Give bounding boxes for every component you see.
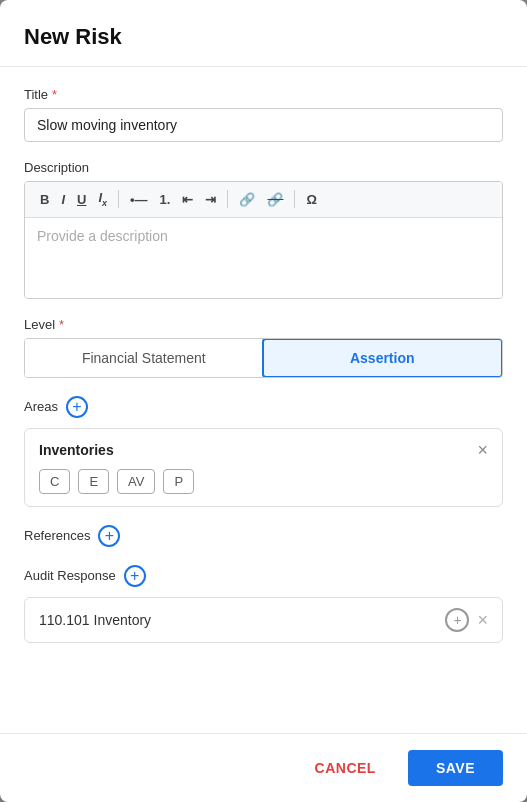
cancel-button[interactable]: CANCEL	[295, 750, 396, 786]
title-field-group: Title *	[24, 87, 503, 142]
title-required-star: *	[52, 87, 57, 102]
areas-section: Areas + Inventories × C E AV P	[24, 396, 503, 507]
bullet-list-button[interactable]: •—	[125, 190, 153, 209]
audit-response-header: Audit Response +	[24, 565, 503, 587]
link-button[interactable]: 🔗	[234, 190, 260, 209]
modal-header: New Risk	[0, 0, 527, 67]
description-field-group: Description B I U Ix •— 1. ⇤ ⇥ 🔗 🔗	[24, 160, 503, 299]
modal-footer: CANCEL SAVE	[0, 733, 527, 802]
areas-label: Areas	[24, 399, 58, 414]
save-button[interactable]: SAVE	[408, 750, 503, 786]
new-risk-modal: New Risk Title * Description B I U Ix	[0, 0, 527, 802]
tag-av[interactable]: AV	[117, 469, 155, 494]
italic-button[interactable]: I	[56, 190, 70, 209]
description-label: Description	[24, 160, 503, 175]
audit-response-actions: + ×	[445, 608, 488, 632]
toolbar-divider-1	[118, 190, 119, 208]
toolbar-divider-3	[294, 190, 295, 208]
tag-p[interactable]: P	[163, 469, 194, 494]
audit-response-text: 110.101 Inventory	[39, 612, 151, 628]
areas-header: Areas +	[24, 396, 503, 418]
title-label: Title *	[24, 87, 503, 102]
numbered-list-button[interactable]: 1.	[155, 190, 176, 209]
level-required-star: *	[59, 317, 64, 332]
references-label: References	[24, 528, 90, 543]
title-input[interactable]	[24, 108, 503, 142]
audit-response-label: Audit Response	[24, 568, 116, 583]
toolbar-divider-2	[227, 190, 228, 208]
strikethrough-button[interactable]: Ix	[93, 188, 112, 211]
bold-button[interactable]: B	[35, 190, 54, 209]
omega-button[interactable]: Ω	[301, 190, 321, 209]
audit-response-item: 110.101 Inventory + ×	[24, 597, 503, 643]
add-reference-icon: +	[98, 525, 120, 547]
editor-toolbar: B I U Ix •— 1. ⇤ ⇥ 🔗 🔗 Ω	[25, 182, 502, 218]
add-reference-button[interactable]: +	[98, 525, 120, 547]
area-card: Inventories × C E AV P	[24, 428, 503, 507]
add-audit-response-button[interactable]: +	[124, 565, 146, 587]
indent-decrease-button[interactable]: ⇤	[177, 190, 198, 209]
audit-response-section: Audit Response + 110.101 Inventory + ×	[24, 565, 503, 643]
level-toggle: Financial Statement Assertion	[24, 338, 503, 378]
level-field-group: Level * Financial Statement Assertion	[24, 317, 503, 378]
tag-c[interactable]: C	[39, 469, 70, 494]
references-section: References +	[24, 525, 503, 547]
add-audit-response-icon: +	[124, 565, 146, 587]
modal-body: Title * Description B I U Ix •— 1. ⇤	[0, 67, 527, 733]
add-area-icon: +	[66, 396, 88, 418]
tag-e[interactable]: E	[78, 469, 109, 494]
audit-response-add-icon[interactable]: +	[445, 608, 469, 632]
description-editor: B I U Ix •— 1. ⇤ ⇥ 🔗 🔗 Ω Provide a de	[24, 181, 503, 299]
financial-statement-button[interactable]: Financial Statement	[25, 339, 263, 377]
description-input[interactable]: Provide a description	[25, 218, 502, 298]
audit-response-remove-button[interactable]: ×	[477, 611, 488, 629]
references-header: References +	[24, 525, 503, 547]
level-label: Level *	[24, 317, 503, 332]
underline-button[interactable]: U	[72, 190, 91, 209]
indent-increase-button[interactable]: ⇥	[200, 190, 221, 209]
area-name: Inventories	[39, 442, 114, 458]
assertion-button[interactable]: Assertion	[262, 338, 504, 378]
assertion-tags: C E AV P	[39, 469, 488, 494]
modal-title: New Risk	[24, 24, 503, 50]
area-card-header: Inventories ×	[39, 441, 488, 459]
add-area-button[interactable]: +	[66, 396, 88, 418]
remove-area-button[interactable]: ×	[477, 441, 488, 459]
unlink-button[interactable]: 🔗	[262, 190, 288, 209]
